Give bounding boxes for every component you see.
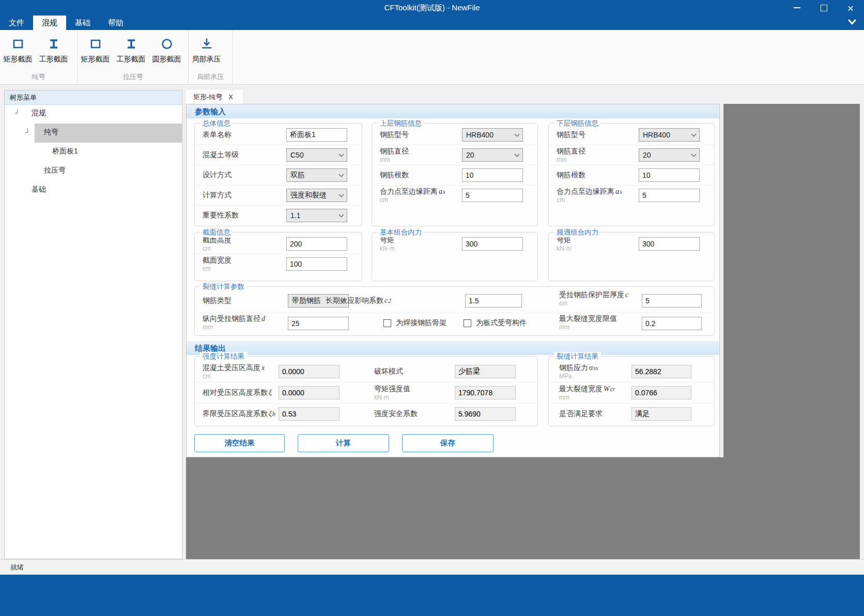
menu-item-hungui[interactable]: 混规 — [33, 16, 66, 30]
result-row: 相对受压区高度系数ξ 弯矩强度值kN·m — [195, 382, 537, 403]
status-bar: 就绪 — [0, 559, 864, 575]
group-bottom-rebar: 下层钢筋信息 钢筋型号 HRB400 钢筋直径mm 20 钢筋根数 合力点至边缘… — [548, 123, 715, 226]
satisfy-requirement-output — [631, 407, 691, 421]
concrete-grade-select[interactable]: C50 — [286, 148, 347, 162]
design-method-select[interactable]: 双筋 — [286, 168, 347, 182]
menu-item-jichu[interactable]: 基础 — [66, 16, 99, 30]
tab-rect-pure-bending[interactable]: 矩形-纯弯 X — [186, 90, 243, 104]
rebar-stress-output — [631, 365, 691, 378]
ribbon-button-rect-section-tension[interactable]: 矩形截面 — [78, 34, 113, 64]
tree-item-layawan[interactable]: 拉压弯 — [5, 162, 182, 181]
top-rebar-diameter-select[interactable]: 20 — [462, 148, 523, 162]
welded-skeleton-checkbox[interactable] — [383, 319, 391, 327]
chevron-down-icon — [691, 131, 697, 136]
tension-rebar-diameter-input[interactable] — [288, 317, 349, 330]
group-general-info: 总体信息 表单名称 混凝土等级 C50 设计方式 双筋 计算方式 强度和裂缝 — [194, 123, 362, 226]
minimize-button[interactable] — [783, 0, 810, 16]
form-name-input[interactable] — [286, 128, 347, 142]
ribbon: 矩形截面 工形截面 纯弯 矩形截面 工形截面 — [0, 30, 864, 85]
tree-item-chunwan[interactable]: ┘ 纯弯 — [5, 124, 182, 143]
failure-mode-output — [455, 365, 516, 378]
rect-section-icon — [11, 34, 25, 54]
field-label: 钢筋类型 — [203, 293, 232, 309]
maximize-button[interactable] — [810, 0, 837, 16]
ribbon-button-circle-section-tension[interactable]: 圆形截面 — [149, 34, 184, 64]
ribbon-button-rect-section-pure[interactable]: 矩形截面 — [0, 34, 36, 64]
ibeam-section-icon — [47, 34, 60, 54]
ribbon-button-ibeam-section-pure[interactable]: 工形截面 — [36, 34, 71, 64]
field-label: 最大裂缝宽度限值 mm — [559, 314, 617, 331]
result-row: 钢筋应力σssMPa — [549, 361, 714, 382]
tab-close-icon[interactable]: X — [228, 93, 233, 101]
bottom-rebar-count-input[interactable] — [639, 168, 700, 182]
menu-bar: 文件 混规 基础 帮助 — [0, 16, 864, 30]
ribbon-group-tension-bending: 矩形截面 工形截面 圆形截面 拉压弯 — [78, 30, 189, 84]
result-row: 最大裂缝宽度Wcrmm — [549, 382, 714, 403]
params-header: 参数输入 — [187, 104, 719, 118]
ribbon-button-ibeam-section-tension[interactable]: 工形截面 — [113, 34, 149, 64]
results-header: 结果输出 — [187, 341, 719, 355]
application-window: CFToolkit(测试版) - NewFile × 文件 混规 基础 帮助 矩… — [0, 0, 864, 616]
tree-panel: 树形菜单 ┘ 混规 ┘ 纯弯 桥面板1 拉压弯 基础 — [4, 90, 182, 559]
result-row: 混凝土受压区高度xcm 破坏模式 — [195, 361, 537, 382]
top-rebar-grade-select[interactable]: HRB400 — [462, 128, 523, 142]
clear-results-button[interactable]: 清空结果 — [194, 434, 285, 452]
ribbon-group-label: 拉压弯 — [78, 72, 188, 82]
section-height-input[interactable] — [286, 237, 347, 251]
tree-collapse-icon[interactable]: ┘ — [25, 128, 30, 136]
crack-width-limit-input[interactable] — [642, 317, 702, 330]
chevron-down-icon — [691, 152, 697, 157]
field-top-rebar-edge-distance: 合力点至边缘距离ascm — [372, 185, 537, 205]
tree-item-hungui[interactable]: ┘ 混规 — [5, 104, 182, 124]
top-rebar-count-input[interactable] — [462, 168, 523, 182]
ribbon-collapse-button[interactable] — [847, 19, 857, 26]
title-bar: CFToolkit(测试版) - NewFile × — [0, 0, 864, 16]
local-bearing-icon — [200, 34, 213, 54]
ribbon-group-local-bearing: 局部承压 局部承压 — [189, 30, 233, 84]
group-crack-results: 裂缝计算结果 钢筋应力σssMPa 最大裂缝宽度Wcrmm 是否满足要求 — [548, 356, 715, 426]
chevron-down-icon — [339, 172, 344, 177]
tree-collapse-icon[interactable]: ┘ — [15, 109, 20, 117]
form-panel: 参数输入 总体信息 表单名称 混凝土等级 C50 设计方式 双筋 计算方式 — [186, 104, 720, 457]
field-top-rebar-diameter: 钢筋直径mm 20 — [372, 145, 537, 165]
calc-method-select[interactable]: 强度和裂缝 — [286, 189, 347, 202]
menu-item-file[interactable]: 文件 — [0, 16, 33, 30]
divider — [200, 313, 710, 313]
cover-thickness-input[interactable] — [642, 294, 702, 307]
c2-factor-input[interactable] — [465, 294, 522, 307]
slab-member-checkbox[interactable] — [464, 319, 471, 327]
ribbon-group-label: 纯弯 — [0, 72, 77, 82]
ribbon-button-local-bearing[interactable]: 局部承压 — [189, 34, 224, 64]
calculate-button[interactable]: 计算 — [298, 434, 389, 452]
moment-strength-output — [455, 386, 516, 399]
bottom-rebar-grade-select[interactable]: HRB400 — [639, 128, 700, 142]
mdi-background — [186, 457, 723, 559]
top-rebar-edge-distance-input[interactable] — [462, 189, 523, 202]
welded-skeleton-option: 为焊接钢筋骨架 — [383, 318, 446, 328]
save-button[interactable]: 保存 — [402, 434, 493, 452]
ibeam-section-icon — [125, 34, 138, 54]
limit-height-factor-output — [279, 407, 340, 421]
field-bottom-rebar-edge-distance: 合力点至边缘距离ascm — [549, 185, 714, 205]
max-crack-width-output — [631, 386, 691, 399]
basic-moment-input[interactable] — [462, 237, 523, 251]
result-row: 是否满足要求 — [549, 403, 714, 424]
mdi-background — [723, 104, 860, 559]
section-width-input[interactable] — [286, 257, 347, 271]
status-text: 就绪 — [10, 563, 24, 572]
field-importance-factor: 重要性系数 1.1 — [195, 205, 362, 225]
bottom-rebar-diameter-select[interactable]: 20 — [639, 148, 700, 162]
field-design-method: 设计方式 双筋 — [195, 165, 362, 185]
maximize-icon — [821, 5, 827, 11]
bottom-rebar-edge-distance-input[interactable] — [639, 189, 700, 202]
frequent-moment-input[interactable] — [639, 237, 700, 251]
close-button[interactable]: × — [837, 0, 864, 16]
group-crack-params: 裂缝计算参数 钢筋类型 带肋钢筋 长期效应影响系数c2 受拉钢筋保护层厚度c c… — [194, 286, 715, 336]
tree-item-qiaomianban1[interactable]: 桥面板1 — [5, 143, 182, 162]
ribbon-group-pure-bending: 矩形截面 工形截面 纯弯 — [0, 30, 78, 84]
tab-strip: 矩形-纯弯 X — [186, 90, 860, 104]
field-concrete-grade: 混凝土等级 C50 — [195, 145, 362, 165]
tree-item-jichu[interactable]: 基础 — [5, 181, 182, 200]
menu-item-help[interactable]: 帮助 — [99, 16, 132, 30]
importance-factor-select[interactable]: 1.1 — [286, 209, 347, 222]
